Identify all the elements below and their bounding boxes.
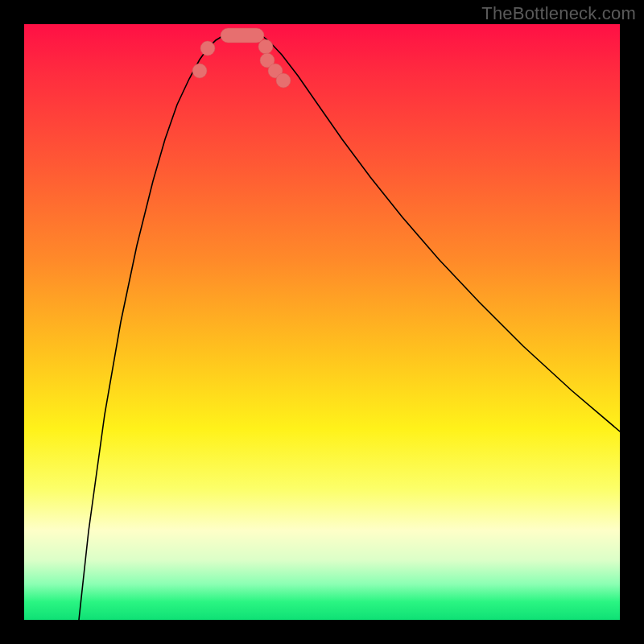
left-dot-upper [192, 64, 207, 78]
marker-group [192, 39, 291, 88]
right-dot-1 [258, 39, 273, 54]
curve-left-branch [79, 35, 224, 620]
curve-right-branch [262, 35, 620, 431]
curve-layer [24, 24, 620, 620]
watermark-text: TheBottleneck.com [481, 3, 636, 24]
right-dot-4 [276, 73, 291, 88]
plot-area [24, 24, 620, 620]
chart-frame: TheBottleneck.com [0, 0, 644, 644]
left-dot-lower [200, 41, 215, 56]
flat-segment-marker [221, 28, 264, 43]
